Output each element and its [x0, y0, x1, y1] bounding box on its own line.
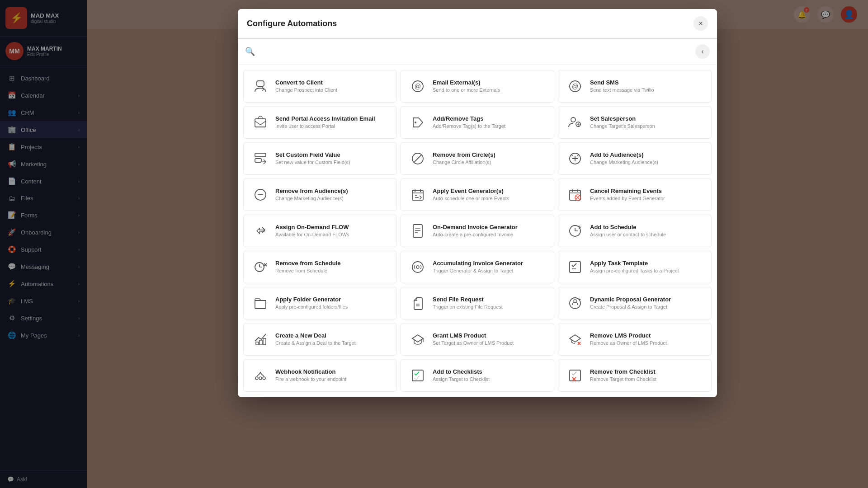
automation-desc: Set Target as Owner of LMS Product	[433, 340, 547, 346]
automation-item-add-schedule[interactable]: Add to Schedule Assign user or contact t…	[558, 215, 712, 247]
automation-desc: Assign pre-configured Tasks to a Project	[590, 267, 704, 274]
automation-title: Add to Audience(s)	[590, 151, 704, 158]
automation-text-remove-schedule: Remove from Schedule Remove from Schedul…	[275, 260, 389, 274]
automation-item-webhook[interactable]: Webhook Notification Fire a webhook to y…	[243, 359, 397, 392]
automation-text-remove-checklist: Remove from Checklist Remove Target from…	[590, 368, 704, 382]
automation-title: Cancel Remaining Events	[590, 188, 704, 194]
search-icon: 🔍	[245, 47, 255, 56]
svg-point-55	[263, 377, 265, 380]
svg-point-39	[412, 262, 423, 272]
automation-item-email-externals[interactable]: @ Email External(s) Send to one or more …	[401, 70, 554, 103]
automation-text-ondemand-invoice: On-Demand Invoice Generator Auto-create …	[433, 224, 547, 238]
automation-title: Send File Request	[433, 296, 547, 303]
automation-icon-apply-event-gen	[408, 185, 427, 204]
automation-desc: Create & Assign a Deal to the Target	[275, 340, 389, 346]
automation-title: Remove from Circle(s)	[433, 151, 547, 158]
automation-title: Remove from Audience(s)	[275, 188, 389, 194]
automation-item-send-sms[interactable]: @ Send SMS Send text message via Twilio	[558, 70, 712, 103]
automation-item-dynamic-proposal[interactable]: Dynamic Proposal Generator Create Propos…	[558, 287, 712, 319]
automation-text-send-sms: Send SMS Send text message via Twilio	[590, 79, 704, 93]
automation-item-remove-circle[interactable]: Remove from Circle(s) Change Circle Affi…	[401, 142, 554, 175]
automation-title: Send Portal Access Invitation Email	[275, 115, 389, 122]
automation-item-add-remove-tags[interactable]: Add/Remove Tags Add/Remove Tag(s) to the…	[401, 106, 554, 139]
automation-title: Apply Folder Generator	[275, 296, 389, 303]
automation-desc: Remove from Schedule	[275, 267, 389, 274]
automation-desc: Fire a webhook to your endpoint	[275, 376, 389, 382]
automation-desc: Send text message via Twilio	[590, 87, 704, 93]
automation-icon-send-sms: @	[566, 77, 585, 96]
automation-icon-add-remove-tags	[408, 113, 427, 132]
automation-item-remove-checklist[interactable]: Remove from Checklist Remove Target from…	[558, 359, 712, 392]
automation-title: Add to Checklists	[433, 368, 547, 375]
modal-search-bar: 🔍 ‹	[238, 39, 717, 65]
automation-icon-set-salesperson	[566, 113, 585, 132]
automation-item-ondemand-invoice[interactable]: On-Demand Invoice Generator Auto-create …	[401, 215, 554, 247]
automation-item-add-audience[interactable]: Add to Audience(s) Change Marketing Audi…	[558, 142, 712, 175]
svg-text:@: @	[572, 83, 578, 90]
automation-item-send-file-request[interactable]: Send File Request Trigger an existing Fi…	[401, 287, 554, 319]
automation-item-set-custom-field[interactable]: Set Custom Field Value Set new value for…	[243, 142, 397, 175]
automation-item-apply-event-gen[interactable]: Apply Event Generator(s) Auto-schedule o…	[401, 178, 554, 211]
automation-item-apply-task-template[interactable]: Apply Task Template Assign pre-configure…	[558, 251, 712, 283]
automation-icon-send-portal	[251, 113, 270, 132]
automation-item-remove-lms[interactable]: Remove LMS Product Remove as Owner of LM…	[558, 323, 712, 356]
automation-item-remove-schedule[interactable]: Remove from Schedule Remove from Schedul…	[243, 251, 397, 283]
automation-text-create-deal: Create a New Deal Create & Assign a Deal…	[275, 332, 389, 346]
svg-rect-56	[412, 370, 423, 381]
automation-desc: Assign Target to Checklist	[433, 376, 547, 382]
automation-item-remove-audience[interactable]: Remove from Audience(s) Change Marketing…	[243, 178, 397, 211]
automation-item-create-deal[interactable]: Create a New Deal Create & Assign a Deal…	[243, 323, 397, 356]
automation-title: Add/Remove Tags	[433, 115, 547, 122]
close-button[interactable]: ×	[693, 16, 708, 31]
automation-title: Accumulating Invoice Generator	[433, 260, 547, 267]
automation-icon-cancel-events	[566, 185, 585, 204]
automation-title: Remove from Schedule	[275, 260, 389, 267]
automation-icon-acc-invoice-gen	[408, 258, 427, 277]
svg-rect-5	[255, 119, 266, 127]
automation-desc: Assign user or contact to schedule	[590, 231, 704, 238]
automation-title: Dynamic Proposal Generator	[590, 296, 704, 303]
svg-rect-16	[412, 190, 423, 200]
automation-desc: Apply pre-configured folders/files	[275, 304, 389, 310]
automation-text-cancel-events: Cancel Remaining Events Events added by …	[590, 188, 704, 202]
svg-rect-10	[255, 159, 261, 162]
automation-item-set-salesperson[interactable]: Set Salesperson Change Target's Salesper…	[558, 106, 712, 139]
automation-icon-send-file-request	[408, 294, 427, 313]
back-button[interactable]: ‹	[695, 44, 710, 59]
automation-desc: Remove as Owner of LMS Product	[590, 340, 704, 346]
automation-text-remove-audience: Remove from Audience(s) Change Marketing…	[275, 188, 389, 202]
automation-text-apply-folder-gen: Apply Folder Generator Apply pre-configu…	[275, 296, 389, 310]
automation-title: Remove from Checklist	[590, 368, 704, 375]
automation-text-apply-event-gen: Apply Event Generator(s) Auto-schedule o…	[433, 188, 547, 202]
svg-rect-9	[255, 153, 266, 157]
svg-point-40	[416, 266, 419, 268]
automation-desc: Trigger an existing File Request	[433, 304, 547, 310]
automation-item-add-checklists[interactable]: Add to Checklists Assign Target to Check…	[401, 359, 554, 392]
automation-item-send-portal[interactable]: Send Portal Access Invitation Email Invi…	[243, 106, 397, 139]
automation-desc: Change Prospect into Client	[275, 87, 389, 93]
configure-automations-modal: Configure Automations × 🔍 ‹ Convert to C…	[238, 9, 717, 397]
automation-icon-email-externals: @	[408, 77, 427, 96]
automation-text-send-file-request: Send File Request Trigger an existing Fi…	[433, 296, 547, 310]
svg-point-46	[574, 300, 576, 302]
search-input[interactable]	[259, 48, 691, 55]
automation-title: Set Custom Field Value	[275, 151, 389, 158]
automation-item-apply-folder-gen[interactable]: Apply Folder Generator Apply pre-configu…	[243, 287, 397, 319]
automation-text-add-schedule: Add to Schedule Assign user or contact t…	[590, 224, 704, 238]
svg-rect-48	[259, 340, 262, 345]
automation-icon-add-schedule	[566, 221, 585, 240]
automation-desc: Trigger Generator & Assign to Target	[433, 267, 547, 274]
automation-text-set-salesperson: Set Salesperson Change Target's Salesper…	[590, 115, 704, 129]
automation-grid: Convert to Client Change Prospect into C…	[243, 70, 712, 392]
automation-item-grant-lms[interactable]: Grant LMS Product Set Target as Owner of…	[401, 323, 554, 356]
automation-item-assign-flow[interactable]: Assign On-Demand FLOW Available for On-D…	[243, 215, 397, 247]
automation-desc: Auto-create a pre-configured Invoice	[433, 231, 547, 238]
automation-title: Create a New Deal	[275, 332, 389, 339]
automation-desc: Invite user to access Portal	[275, 123, 389, 129]
automation-item-acc-invoice-gen[interactable]: Accumulating Invoice Generator Trigger G…	[401, 251, 554, 283]
automation-icon-assign-flow	[251, 221, 270, 240]
automation-item-convert-client[interactable]: Convert to Client Change Prospect into C…	[243, 70, 397, 103]
automation-title: Set Salesperson	[590, 115, 704, 122]
automation-title: Convert to Client	[275, 79, 389, 86]
automation-item-cancel-events[interactable]: Cancel Remaining Events Events added by …	[558, 178, 712, 211]
